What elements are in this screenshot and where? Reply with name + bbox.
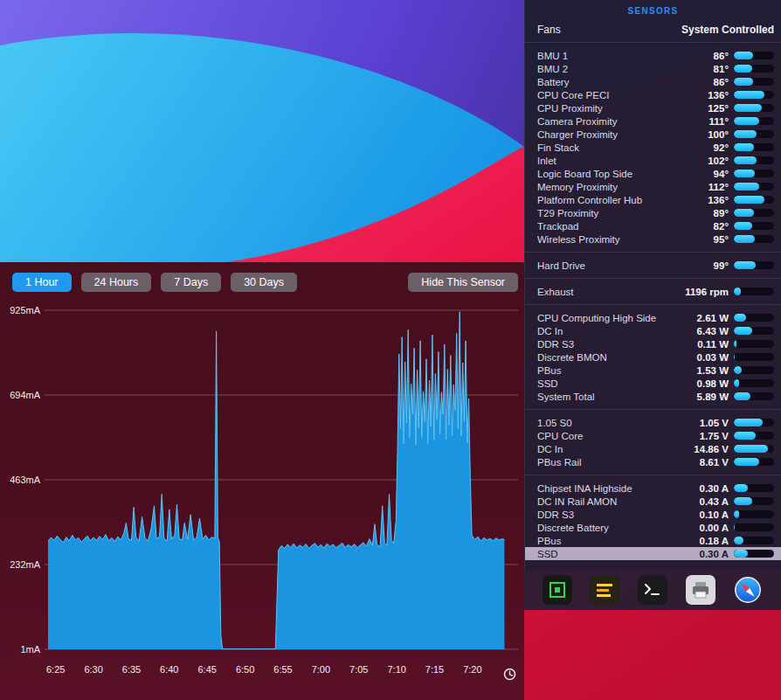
x-axis-label: 7:00 [312,664,330,675]
range-button-7-days[interactable]: 7 Days [161,273,221,292]
sensor-row-t29-proximity[interactable]: T29 Proximity89° [525,206,781,219]
sensor-row-wireless-proximity[interactable]: Wireless Proximity95° [525,232,781,246]
sensor-row-ddr-s3[interactable]: DDR S30.11 W [525,337,781,350]
sensor-label: DC In [537,326,676,336]
sensor-value: 0.03 W [681,352,729,363]
screen: 925mA694mA463mA232mA1mA6:256:306:356:406… [0,0,781,700]
sensor-label: CPU Proximity [537,103,676,114]
sensor-label: T29 Proximity [537,208,676,218]
fans-row[interactable]: Fans System Controlled [525,21,781,38]
sensor-bar [734,550,774,558]
sensor-row-trackpad[interactable]: Trackpad82° [525,219,781,232]
sensor-bar [734,392,774,400]
sensor-row-ssd[interactable]: SSD0.30 A [525,547,781,560]
printer-icon[interactable] [686,575,715,605]
current-chart: 925mA694mA463mA232mA1mA6:256:306:356:406… [0,262,524,700]
x-axis-label: 6:35 [122,664,141,675]
sensor-row-memory-proximity[interactable]: Memory Proximity112° [525,180,781,193]
sensor-bar [734,537,774,544]
series-area [48,312,504,649]
range-button-1-hour[interactable]: 1 Hour [12,273,72,292]
sensor-row-fin-stack[interactable]: Fin Stack92° [525,141,781,154]
sensor-row-dc-in[interactable]: DC In6.43 W [525,324,781,337]
sensor-row-platform-controller-hub[interactable]: Platform Controller Hub136° [525,193,781,206]
sensor-label: Inlet [537,156,676,166]
sensor-bar [734,91,774,99]
range-button-30-days[interactable]: 30 Days [231,273,297,292]
sensor-value: 95° [681,234,729,245]
x-axis-label: 7:20 [463,664,481,675]
sensor-row-logic-board-top-side[interactable]: Logic Board Top Side94° [525,167,781,180]
sensor-row-system-total[interactable]: System Total5.89 W [525,390,781,403]
sensor-bar [734,52,774,59]
sensor-row-pbus[interactable]: PBus0.18 A [525,534,781,547]
sensor-value: 0.10 A [681,509,729,520]
sensor-row-battery[interactable]: Battery86° [525,75,781,88]
hide-this-sensor-button[interactable]: Hide This Sensor [408,273,518,292]
x-axis-label: 7:05 [349,664,368,675]
sensor-label: 1.05 S0 [537,418,676,428]
dock [524,570,781,610]
sensor-group: Exhaust1196 rpm [525,282,781,301]
y-axis-label: 1mA [20,644,40,655]
sensor-row-pbus[interactable]: PBus1.53 W [525,364,781,377]
sensor-row-dc-in[interactable]: DC In14.86 V [525,442,781,455]
sensor-row-inlet[interactable]: Inlet102° [525,154,781,167]
warning-app-icon[interactable] [590,575,619,605]
sensor-row-cpu-core-peci[interactable]: CPU Core PECI136° [525,88,781,101]
x-axis-label: 6:25 [46,664,65,675]
sensor-row-ddr-s3[interactable]: DDR S30.10 A [525,508,781,521]
sensor-bar [734,523,774,531]
sensor-label: Platform Controller Hub [537,195,676,205]
sensor-bar [734,117,774,125]
sensor-value: 0.98 W [681,378,729,389]
terminal-icon[interactable] [638,575,667,605]
sensor-row-hard-drive[interactable]: Hard Drive99° [525,259,781,272]
sensor-value: 112° [681,182,729,192]
sensor-row-cpu-computing-high-side[interactable]: CPU Computing High Side2.61 W [525,311,781,324]
sensor-row-discrete-bmon[interactable]: Discrete BMON0.03 W [525,350,781,364]
sensor-value: 136° [681,195,729,205]
sensor-bar [734,261,774,269]
sensor-row-exhaust[interactable]: Exhaust1196 rpm [525,285,781,298]
sensor-value: 0.43 A [681,496,729,507]
clock-icon[interactable] [503,668,516,681]
sensor-label: System Total [537,392,676,402]
sensor-row-chipset-ina-highside[interactable]: Chipset INA Highside0.30 A [525,482,781,495]
sensor-value: 0.30 A [681,549,729,559]
sensor-row-camera-proximity[interactable]: Camera Proximity111° [525,114,781,128]
sensor-row-cpu-proximity[interactable]: CPU Proximity125° [525,101,781,114]
sensor-row-bmu-1[interactable]: BMU 186° [525,49,781,62]
sensor-row-cpu-core[interactable]: CPU Core1.75 V [525,429,781,442]
sensor-bar [734,222,774,230]
sensor-group: 1.05 S01.05 VCPU Core1.75 VDC In14.86 VP… [525,413,781,471]
sensor-row-ssd[interactable]: SSD0.98 W [525,377,781,390]
circuit-app-icon[interactable] [543,575,572,605]
sensor-group: BMU 186°BMU 281°Battery86°CPU Core PECI1… [525,46,781,248]
sensor-bar [734,419,774,426]
sensor-row-bmu-2[interactable]: BMU 281° [525,62,781,75]
divider [525,42,781,43]
sensor-bar [734,288,774,295]
fans-value: System Controlled [681,24,774,36]
sensor-row-charger-proximity[interactable]: Charger Proximity100° [525,128,781,141]
safari-icon[interactable] [733,575,763,605]
sensor-row-pbus-rail[interactable]: PBus Rail8.61 V [525,455,781,468]
x-axis-label: 6:30 [84,664,102,675]
sensor-label: Discrete BMON [537,352,676,363]
sensor-bar [734,497,774,505]
sensor-row-discrete-battery[interactable]: Discrete Battery0.00 A [525,521,781,534]
sensor-row-1-05-s0[interactable]: 1.05 S01.05 V [525,416,781,429]
sensor-value: 86° [681,51,729,61]
sensor-label: CPU Core [537,431,676,441]
sensor-label: Fin Stack [537,142,676,153]
sensor-row-dc-in-rail-amon[interactable]: DC IN Rail AMON0.43 A [525,495,781,508]
sensor-value: 136° [681,90,729,100]
sensor-group: Hard Drive99° [525,256,781,274]
sensor-label: Camera Proximity [537,116,676,127]
sensor-label: Battery [537,77,676,87]
sensor-bar [734,379,774,387]
range-button-24-hours[interactable]: 24 Hours [81,273,152,292]
sensor-value: 86° [681,77,729,87]
sensor-chart-window: 925mA694mA463mA232mA1mA6:256:306:356:406… [0,262,524,700]
